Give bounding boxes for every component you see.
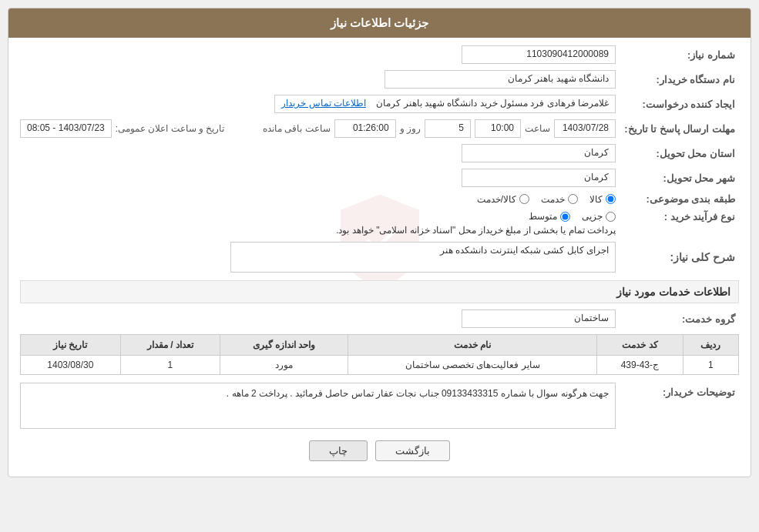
- general-desc-value: اجرای کابل کشی شبکه اینترنت دانشکده هنر: [230, 242, 616, 273]
- process-content: جزیی متوسط پرداخت تمام یا بخشی از مبلغ خ…: [20, 211, 616, 236]
- col-service-code: کد خدمت: [597, 335, 683, 356]
- general-desc-row: شرح کلی نیاز: اجرای کابل کشی شبکه اینترن…: [20, 242, 739, 273]
- creator-contact-link[interactable]: اطلاعات تماس خریدار: [281, 98, 366, 109]
- process-type-row: نوع فرآیند خرید : جزیی متوسط: [20, 211, 739, 236]
- deadline-remaining: 01:26:00: [334, 119, 396, 138]
- service-group-row: گروه خدمت: ساختمان: [20, 309, 739, 328]
- org-name-label: نام دستگاه خریدار:: [616, 74, 739, 85]
- process-motavaret-label: متوسط: [529, 211, 557, 222]
- process-note: پرداخت تمام یا بخشی از مبلغ خریداز محل "…: [20, 225, 616, 236]
- service-group-label: گروه خدمت:: [616, 313, 739, 325]
- general-desc-label: شرح کلی نیاز:: [616, 251, 739, 263]
- creator-row: ایجاد کننده درخواست: غلامرضا فرهادی فرد …: [20, 95, 739, 113]
- col-date: تاریخ نیاز: [21, 335, 121, 356]
- category-label: طبقه بندی موضوعی:: [616, 193, 739, 205]
- category-kala-khedmat-label: کالا/خدمت: [477, 194, 516, 205]
- creator-text: غلامرضا فرهادی فرد مسئول خرید دانشگاه شه…: [376, 98, 609, 109]
- remaining-label: ساعت باقی مانده: [263, 123, 331, 134]
- table-row: 1ج-43-439سایر فعالیت‌های تخصصی ساختمانمو…: [21, 356, 739, 375]
- col-quantity: تعداد / مقدار: [120, 335, 220, 356]
- time-label: ساعت: [525, 123, 550, 134]
- col-row-number: ردیف: [683, 335, 738, 356]
- print-button[interactable]: چاپ: [309, 440, 368, 461]
- need-number-row: شماره نیاز: 1103090412000089: [20, 45, 739, 64]
- creator-label: ایجاد کننده درخواست:: [616, 99, 739, 110]
- service-group-value: ساختمان: [462, 309, 616, 328]
- col-unit: واحد اندازه گیری: [220, 335, 348, 356]
- buyer-notes-label: توضیحات خریدار:: [616, 383, 739, 398]
- deadline-date-time: 1403/07/28 ساعت 10:00 5 روز و 01:26:00 س…: [240, 119, 616, 138]
- province-value: کرمان: [462, 144, 616, 162]
- announcement-value: 1403/07/23 - 08:05: [20, 119, 112, 138]
- category-khedmat-label: خدمت: [541, 194, 565, 205]
- deadline-time: 10:00: [475, 119, 521, 138]
- deadline-days: 5: [425, 119, 471, 138]
- table-header-row: ردیف کد خدمت نام خدمت واحد اندازه گیری ت…: [21, 335, 739, 356]
- back-button[interactable]: بازگشت: [375, 440, 450, 461]
- page-title: جزئیات اطلاعات نیاز: [331, 16, 428, 29]
- org-name-row: نام دستگاه خریدار: دانشگاه شهید باهنر کر…: [20, 70, 739, 89]
- buyer-notes-value: جهت هرگونه سوال با شماره 09133433315 جنا…: [20, 383, 616, 429]
- button-row: بازگشت چاپ: [20, 440, 739, 461]
- process-label: نوع فرآیند خرید :: [616, 211, 739, 223]
- services-table: ردیف کد خدمت نام خدمت واحد اندازه گیری ت…: [20, 334, 739, 375]
- category-option-kala[interactable]: کالا: [589, 194, 616, 205]
- city-row: شهر محل تحویل: کرمان: [20, 169, 739, 187]
- services-section-header: اطلاعات خدمات مورد نیاز: [20, 280, 739, 303]
- col-service-name: نام خدمت: [348, 335, 597, 356]
- category-option-khedmat[interactable]: خدمت: [541, 194, 578, 205]
- announcement-label: تاریخ و ساعت اعلان عمومی:: [116, 123, 225, 134]
- city-value: کرمان: [462, 169, 616, 187]
- process-option-jozii[interactable]: جزیی: [582, 211, 616, 222]
- process-option-motavaret[interactable]: متوسط: [529, 211, 570, 222]
- process-jozii-label: جزیی: [582, 211, 603, 222]
- org-name-value: دانشگاه شهید باهنر کرمان: [385, 70, 616, 89]
- creator-value: غلامرضا فرهادی فرد مسئول خرید دانشگاه شه…: [274, 95, 616, 113]
- day-label: روز و: [400, 123, 421, 134]
- need-number-label: شماره نیاز:: [616, 49, 739, 61]
- province-label: استان محل تحویل:: [616, 148, 739, 159]
- page-header: جزئیات اطلاعات نیاز: [8, 8, 751, 38]
- deadline-label: مهلت ارسال پاسخ تا تاریخ:: [616, 123, 739, 135]
- deadline-date: 1403/07/28: [554, 119, 616, 138]
- buyer-notes-row: توضیحات خریدار: جهت هرگونه سوال با شماره…: [20, 383, 739, 429]
- category-row: طبقه بندی موضوعی: کالا خدمت کالا/خدمت: [20, 193, 739, 205]
- category-radio-group: کالا خدمت کالا/خدمت: [477, 194, 616, 205]
- announcement-group: تاریخ و ساعت اعلان عمومی: 1403/07/23 - 0…: [20, 119, 224, 138]
- process-radio-group: جزیی متوسط: [20, 211, 616, 222]
- main-card: AnaTender .net جزئیات اطلاعات نیاز شماره…: [8, 8, 751, 477]
- deadline-row: مهلت ارسال پاسخ تا تاریخ: 1403/07/28 ساع…: [20, 119, 739, 138]
- city-label: شهر محل تحویل:: [616, 172, 739, 184]
- need-number-value: 1103090412000089: [462, 45, 616, 64]
- category-kala-label: کالا: [589, 194, 603, 205]
- category-option-kala-khedmat[interactable]: کالا/خدمت: [477, 194, 529, 205]
- province-row: استان محل تحویل: کرمان: [20, 144, 739, 162]
